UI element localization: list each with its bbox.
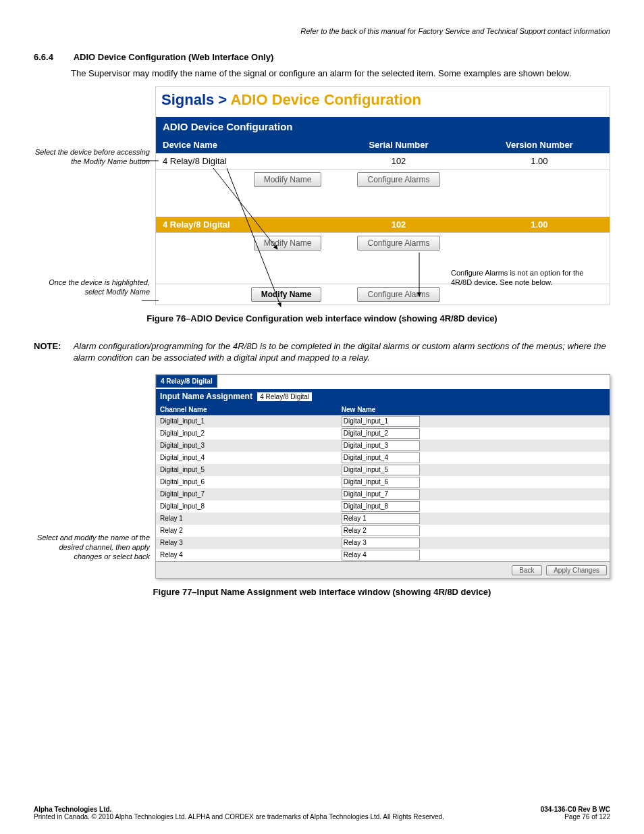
new-name-input[interactable] bbox=[342, 489, 420, 500]
annotation-highlighted: Once the device is highlighted, select M… bbox=[34, 278, 150, 297]
new-name-cell bbox=[338, 513, 610, 525]
new-name-cell bbox=[338, 488, 610, 500]
config-table-selected: 4 Relay/8 Digital 102 1.00 Modify Name C… bbox=[156, 217, 610, 253]
new-name-input[interactable] bbox=[342, 501, 420, 512]
annotation-select-device: Select the device before accessing the M… bbox=[34, 147, 150, 167]
input-row: Relay 4 bbox=[156, 549, 610, 561]
new-name-cell bbox=[338, 440, 610, 452]
note-label: NOTE: bbox=[34, 340, 71, 353]
cell-serial: 102 bbox=[328, 153, 468, 170]
section-heading: 6.6.4 ADIO Device Configuration (Web Int… bbox=[34, 52, 610, 62]
intro-text: The Supervisor may modify the name of th… bbox=[71, 68, 610, 80]
config-table: Device Name Serial Number Version Number… bbox=[156, 136, 610, 190]
new-name-input[interactable] bbox=[342, 440, 420, 451]
input-row: Digital_input_1 bbox=[156, 415, 610, 427]
new-name-input[interactable] bbox=[342, 513, 420, 524]
col-new-name: New Name bbox=[338, 404, 610, 415]
channel-name: Digital_input_4 bbox=[156, 452, 338, 464]
new-name-cell bbox=[338, 415, 610, 427]
input-row: Relay 2 bbox=[156, 525, 610, 537]
breadcrumb-current: ADIO Device Configuration bbox=[231, 91, 421, 108]
new-name-cell bbox=[338, 500, 610, 513]
col-channel-name: Channel Name bbox=[156, 404, 338, 415]
channel-name: Digital_input_6 bbox=[156, 476, 338, 488]
new-name-cell bbox=[338, 427, 610, 440]
button-row: Modify Name Configure Alarms bbox=[156, 169, 610, 190]
col-serial: Serial Number bbox=[328, 136, 468, 153]
new-name-cell bbox=[338, 452, 610, 464]
channel-name: Digital_input_3 bbox=[156, 440, 338, 452]
table-row[interactable]: 4 Relay/8 Digital 102 1.00 bbox=[156, 153, 610, 170]
apply-changes-button[interactable]: Apply Changes bbox=[546, 565, 607, 575]
modify-name-button[interactable]: Modify Name bbox=[251, 287, 322, 302]
header-note: Refer to the back of this manual for Fac… bbox=[34, 27, 610, 35]
input-row: Digital_input_3 bbox=[156, 440, 610, 452]
channel-name: Digital_input_1 bbox=[156, 415, 338, 427]
bottom-buttons: Back Apply Changes bbox=[156, 561, 610, 578]
col-device-name: Device Name bbox=[156, 136, 328, 153]
input-row: Relay 3 bbox=[156, 537, 610, 549]
new-name-cell bbox=[338, 525, 610, 537]
channel-name: Relay 4 bbox=[156, 549, 338, 561]
channel-name: Relay 2 bbox=[156, 525, 338, 537]
figure-77-caption: Figure 77–Input Name Assignment web inte… bbox=[34, 587, 610, 597]
table-row-selected[interactable]: 4 Relay/8 Digital 102 1.00 bbox=[156, 217, 610, 233]
new-name-input[interactable] bbox=[342, 550, 420, 561]
col-version: Version Number bbox=[469, 136, 610, 153]
assign-device: 4 Relay/8 Digital bbox=[257, 392, 312, 401]
new-name-input[interactable] bbox=[342, 477, 420, 488]
channel-name: Digital_input_2 bbox=[156, 427, 338, 440]
new-name-input[interactable] bbox=[342, 465, 420, 475]
input-row: Digital_input_2 bbox=[156, 427, 610, 440]
breadcrumb: Signals > ADIO Device Configuration bbox=[156, 87, 610, 117]
note: NOTE: Alarm configuration/programming fo… bbox=[34, 340, 610, 364]
new-name-cell bbox=[338, 476, 610, 488]
panel-header: ADIO Device Configuration bbox=[156, 117, 610, 136]
configure-alarms-button[interactable]: Configure Alarms bbox=[357, 172, 439, 187]
new-name-cell bbox=[338, 537, 610, 549]
input-row: Digital_input_5 bbox=[156, 464, 610, 476]
input-row: Relay 1 bbox=[156, 513, 610, 525]
channel-name: Digital_input_7 bbox=[156, 488, 338, 500]
section-number: 6.6.4 bbox=[34, 52, 71, 62]
new-name-input[interactable] bbox=[342, 525, 420, 536]
new-name-input[interactable] bbox=[342, 452, 420, 463]
section-title: ADIO Device Configuration (Web Interface… bbox=[74, 52, 274, 62]
assign-title: Input Name Assignment bbox=[160, 392, 252, 401]
side-note-configure-alarms: Configure Alarms is not an option for th… bbox=[451, 268, 606, 288]
modify-name-button[interactable]: Modify Name bbox=[254, 236, 322, 251]
breadcrumb-parent[interactable]: Signals > bbox=[161, 91, 227, 108]
new-name-input[interactable] bbox=[342, 428, 420, 439]
input-row: Digital_input_7 bbox=[156, 488, 610, 500]
configure-alarms-button-disabled: Configure Alarms bbox=[357, 287, 439, 302]
channel-name: Relay 3 bbox=[156, 537, 338, 549]
input-row: Digital_input_8 bbox=[156, 500, 610, 513]
new-name-cell bbox=[338, 464, 610, 476]
channel-name: Digital_input_5 bbox=[156, 464, 338, 476]
note-text: Alarm configuration/programming for the … bbox=[74, 340, 607, 364]
cell-version: 1.00 bbox=[469, 153, 610, 170]
button-row: Modify Name Configure Alarms bbox=[156, 232, 610, 253]
input-row: Digital_input_6 bbox=[156, 476, 610, 488]
new-name-cell bbox=[338, 549, 610, 561]
channel-name: Digital_input_8 bbox=[156, 500, 338, 513]
figure-76-caption: Figure 76–ADIO Device Configuration web … bbox=[34, 313, 610, 323]
new-name-input[interactable] bbox=[342, 416, 420, 427]
annotation-modify-channel: Select and modify the name of the desire… bbox=[34, 533, 150, 562]
input-row: Digital_input_4 bbox=[156, 452, 610, 464]
modify-name-button[interactable]: Modify Name bbox=[254, 172, 322, 187]
new-name-input[interactable] bbox=[342, 538, 420, 548]
assign-header: Input Name Assignment 4 Relay/8 Digital bbox=[156, 389, 610, 404]
input-table: Channel Name New Name Digital_input_1Dig… bbox=[156, 404, 610, 561]
device-tab[interactable]: 4 Relay/8 Digital bbox=[156, 375, 217, 388]
cell-device-name: 4 Relay/8 Digital bbox=[156, 153, 328, 170]
configure-alarms-button[interactable]: Configure Alarms bbox=[357, 236, 439, 251]
cell-serial: 102 bbox=[328, 217, 468, 233]
cell-device-name: 4 Relay/8 Digital bbox=[156, 217, 328, 233]
back-button[interactable]: Back bbox=[512, 565, 541, 575]
channel-name: Relay 1 bbox=[156, 513, 338, 525]
cell-version: 1.00 bbox=[469, 217, 610, 233]
